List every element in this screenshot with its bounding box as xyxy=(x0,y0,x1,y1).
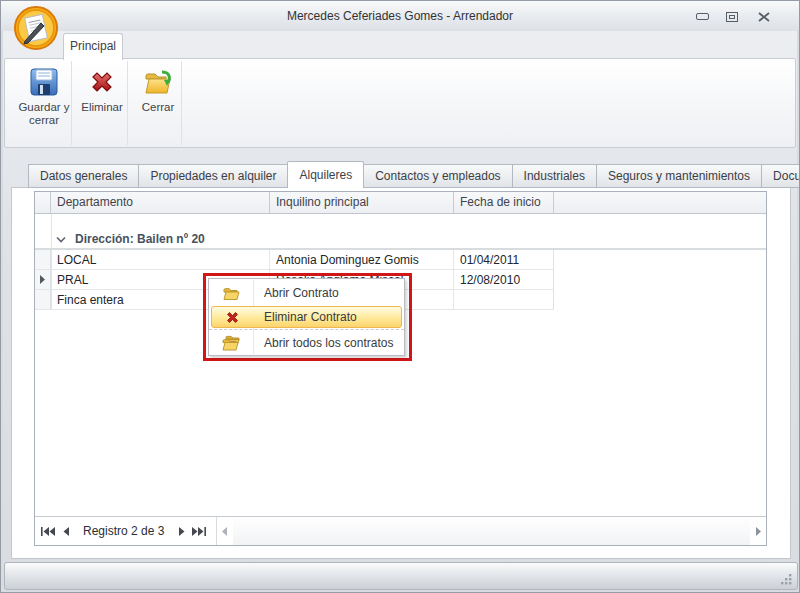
save-icon xyxy=(28,66,60,98)
app-window: Mercedes Ceferiades Gomes - Arrendador P… xyxy=(0,0,800,593)
delete-icon xyxy=(225,310,240,325)
group-row-direccion[interactable]: Dirección: Bailen nº 20 xyxy=(35,230,766,250)
column-header-filler xyxy=(554,192,766,213)
scroll-left-button[interactable] xyxy=(217,517,233,545)
cell-fecha: 12/08/2010 xyxy=(454,270,554,289)
contracts-grid: Departamento Inquilino principal Fecha d… xyxy=(34,191,767,546)
column-header-inquilino-principal[interactable]: Inquilino principal xyxy=(270,192,454,213)
record-navigator: Registro 2 de 3 xyxy=(35,516,766,545)
scroll-right-icon xyxy=(755,527,761,536)
record-position-label: Registro 2 de 3 xyxy=(83,524,164,538)
previous-record-button[interactable] xyxy=(57,521,75,541)
delete-icon xyxy=(86,66,118,98)
maximize-button[interactable] xyxy=(721,8,743,25)
focused-row-arrow-icon xyxy=(40,275,45,284)
close-button[interactable] xyxy=(753,8,775,25)
save-and-close-button[interactable]: Guardar y cerrar xyxy=(16,62,72,144)
column-header-fecha-de-inicio[interactable]: Fecha de inicio xyxy=(454,192,554,213)
scroll-right-button[interactable] xyxy=(750,517,766,545)
ribbon-separator xyxy=(181,61,182,145)
menu-separator xyxy=(209,329,404,330)
row-indicator-cell xyxy=(35,270,51,289)
horizontal-scrollbar xyxy=(217,517,766,545)
column-header-departamento[interactable]: Departamento xyxy=(51,192,270,213)
save-and-close-label: Guardar y cerrar xyxy=(16,101,72,127)
grid-header-row: Departamento Inquilino principal Fecha d… xyxy=(35,192,766,214)
title-bar: Mercedes Ceferiades Gomes - Arrendador xyxy=(1,1,799,31)
status-bar xyxy=(4,562,798,590)
close-folder-icon xyxy=(142,66,174,98)
ribbon-body: Guardar y cerrar Eliminar Cerrar xyxy=(4,58,796,148)
grid-indicator-header xyxy=(35,192,51,213)
tab-contactos-y-empleados[interactable]: Contactos y empleados xyxy=(363,164,512,188)
ribbon-tab-principal[interactable]: Principal xyxy=(63,33,123,60)
row-indicator-cell xyxy=(35,250,51,269)
maximize-icon xyxy=(726,12,738,22)
next-record-icon xyxy=(178,527,185,536)
menu-item-abrir-contrato[interactable]: Abrir Contrato xyxy=(209,281,404,305)
next-record-button[interactable] xyxy=(172,521,190,541)
app-logo-icon xyxy=(13,5,59,51)
last-record-icon xyxy=(192,527,206,536)
cerrar-button[interactable]: Cerrar xyxy=(130,62,186,144)
menu-item-label: Eliminar Contrato xyxy=(264,310,357,324)
group-row-label: Dirección: Bailen nº 20 xyxy=(75,232,205,246)
table-row-local[interactable]: LOCAL Antonia Dominguez Gomis 01/04/2011 xyxy=(35,250,554,270)
cell-fecha: 01/04/2011 xyxy=(454,250,554,269)
tab-alquileres[interactable]: Alquileres xyxy=(287,161,364,188)
scroll-left-icon xyxy=(222,527,228,536)
window-title: Mercedes Ceferiades Gomes - Arrendador xyxy=(1,9,799,23)
application-menu-button[interactable] xyxy=(13,5,59,51)
row-indicator-cell xyxy=(35,290,51,309)
cell-departamento: LOCAL xyxy=(51,250,270,269)
open-folder-icon xyxy=(223,286,240,301)
minimize-icon xyxy=(696,13,709,20)
last-record-button[interactable] xyxy=(190,521,208,541)
tab-datos-generales[interactable]: Datos generales xyxy=(28,164,139,188)
eliminar-label: Eliminar xyxy=(81,101,123,114)
scrollbar-track[interactable] xyxy=(233,517,750,545)
cell-inquilino: Antonia Dominguez Gomis xyxy=(270,250,454,269)
menu-item-eliminar-contrato[interactable]: Eliminar Contrato xyxy=(211,306,402,328)
context-menu: Abrir Contrato Eliminar Contrato Abrir t… xyxy=(208,278,405,356)
tab-industriales[interactable]: Industriales xyxy=(512,164,597,188)
close-icon xyxy=(758,12,770,22)
eliminar-button[interactable]: Eliminar xyxy=(74,62,130,144)
cerrar-label: Cerrar xyxy=(142,101,175,114)
page-tab-strip: Datos generales Propiedades en alquiler … xyxy=(29,161,800,188)
chevron-down-icon xyxy=(56,236,66,243)
menu-item-label: Abrir todos los contratos xyxy=(264,336,393,350)
first-record-icon xyxy=(41,527,55,536)
tab-documentos[interactable]: Documentos xyxy=(761,164,800,188)
previous-record-icon xyxy=(63,527,70,536)
resize-grip[interactable] xyxy=(781,574,792,585)
minimize-button[interactable] xyxy=(691,8,713,25)
ribbon-separator xyxy=(71,61,72,145)
menu-item-label: Abrir Contrato xyxy=(264,286,339,300)
open-all-folders-icon xyxy=(222,335,240,351)
cell-fecha xyxy=(454,290,554,309)
menu-item-abrir-todos[interactable]: Abrir todos los contratos xyxy=(209,331,404,355)
tab-propiedades-en-alquiler[interactable]: Propiedades en alquiler xyxy=(138,164,288,188)
first-record-button[interactable] xyxy=(39,521,57,541)
tab-seguros-y-mantenimientos[interactable]: Seguros y mantenimientos xyxy=(596,164,762,188)
ribbon-separator xyxy=(127,61,128,145)
